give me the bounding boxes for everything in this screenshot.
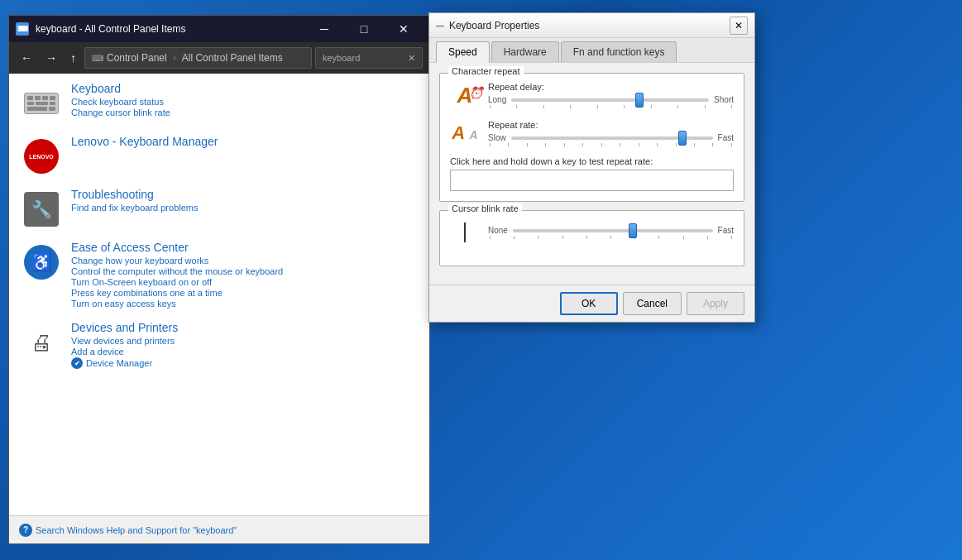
- key-combinations-link[interactable]: Press key combinations one at a time: [71, 288, 417, 298]
- character-repeat-label: Character repeat: [448, 66, 524, 76]
- cursor-blink-row: None Fast: [450, 218, 734, 247]
- search-clear-icon[interactable]: ✕: [408, 53, 415, 64]
- change-cursor-blink-link[interactable]: Change cursor blink rate: [71, 108, 417, 117]
- back-button[interactable]: ←: [16, 48, 37, 68]
- lenovo-logo: LENOVO: [24, 139, 59, 174]
- character-repeat-section: Character repeat A ⏰ Repeat delay: Long: [439, 73, 744, 202]
- devices-title[interactable]: Devices and Printers: [71, 321, 417, 334]
- ease-title[interactable]: Ease of Access Center: [71, 241, 417, 254]
- repeat-rate-icon: A A: [450, 118, 480, 148]
- tick: [582, 143, 583, 146]
- cursor-blink-ticks: [488, 236, 734, 239]
- apply-button[interactable]: Apply: [687, 292, 744, 315]
- tab-hardware[interactable]: Hardware: [491, 41, 559, 62]
- devices-icon: 🖨: [22, 323, 61, 362]
- ease-logo: ♿: [24, 245, 59, 280]
- repeat-rate-left-label: Slow: [488, 133, 506, 142]
- fix-keyboard-link[interactable]: Find and fix keyboard problems: [71, 203, 417, 213]
- device-manager-shield-icon: ✔: [71, 357, 83, 369]
- minimize-button[interactable]: ─: [305, 16, 343, 42]
- repeat-delay-thumb[interactable]: [635, 93, 644, 108]
- repeat-delay-icon: A ⏰: [450, 80, 480, 110]
- cursor-blink-slider-container: None Fast: [488, 226, 734, 235]
- search-text: keyboard: [323, 53, 408, 63]
- cursor-blink-track[interactable]: [513, 229, 713, 232]
- search-bar[interactable]: keyboard ✕: [315, 47, 423, 69]
- ease-content: Ease of Access Center Change how your ke…: [71, 241, 417, 309]
- device-manager-link[interactable]: Device Manager: [86, 358, 152, 368]
- close-button[interactable]: ✕: [385, 16, 423, 42]
- help-link[interactable]: ? Search Windows Help and Support for "k…: [19, 524, 237, 537]
- repeat-delay-slider-container: Long Short: [488, 95, 734, 104]
- cursor-blink-label: Cursor blink rate: [448, 203, 522, 213]
- address-icon: ⌨: [92, 54, 103, 63]
- check-keyboard-status-link[interactable]: Check keyboard status: [71, 97, 417, 107]
- cursor-blink-preview: [464, 223, 466, 242]
- tick: [731, 105, 732, 108]
- onscreen-keyboard-link[interactable]: Turn On-Screen keyboard on or off: [71, 277, 417, 287]
- cursor-preview-icon: [450, 218, 480, 247]
- repeat-rate-controls: Repeat rate: Slow Fast: [488, 120, 734, 146]
- troubleshoot-title[interactable]: Troubleshooting: [71, 188, 417, 201]
- tick: [490, 143, 491, 146]
- troubleshoot-content: Troubleshooting Find and fix keyboard pr…: [71, 188, 417, 229]
- keyboard-properties-dialog: ─ Keyboard Properties ✕ Speed Hardware F…: [428, 12, 755, 323]
- change-keyboard-works-link[interactable]: Change how your keyboard works: [71, 256, 417, 266]
- tick: [516, 105, 517, 108]
- repeat-delay-sublabel: Repeat delay:: [488, 82, 734, 92]
- dialog-close-button[interactable]: ✕: [730, 17, 748, 35]
- tick: [490, 105, 491, 108]
- tick: [586, 236, 587, 239]
- cursor-blink-thumb[interactable]: [629, 223, 637, 238]
- troubleshoot-icon: 🔧: [22, 189, 61, 229]
- tick: [677, 105, 678, 108]
- tick: [597, 105, 598, 108]
- devices-content: Devices and Printers View devices and pr…: [71, 321, 417, 369]
- tab-fn-keys[interactable]: Fn and function keys: [561, 41, 677, 62]
- devices-logo: 🖨: [24, 325, 59, 360]
- dialog-title-icon: ─: [436, 19, 444, 32]
- lenovo-icon: LENOVO: [22, 136, 61, 176]
- keyboard-icon: [22, 84, 61, 123]
- test-section: Click here and hold down a key to test r…: [450, 156, 734, 191]
- cp-titlebar: ⌨ keyboard - All Control Panel Items ─ □…: [9, 16, 429, 42]
- keyboard-item: Keyboard Check keyboard status Change cu…: [22, 82, 417, 123]
- troubleshoot-item: 🔧 Troubleshooting Find and fix keyboard …: [22, 188, 417, 229]
- tick: [624, 105, 625, 108]
- tick: [657, 143, 658, 146]
- repeat-rate-ticks: [488, 143, 734, 146]
- cp-win-controls: ─ □ ✕: [305, 16, 423, 42]
- easy-access-keys-link[interactable]: Turn on easy access keys: [71, 299, 417, 309]
- repeat-delay-track[interactable]: [511, 98, 709, 102]
- cp-toolbar: ← → ↑ ⌨ Control Panel › All Control Pane…: [9, 42, 429, 74]
- add-device-link[interactable]: Add a device: [71, 347, 417, 357]
- repeat-rate-thumb[interactable]: [678, 131, 687, 146]
- maximize-button[interactable]: □: [345, 16, 383, 42]
- tick: [564, 143, 565, 146]
- tick: [490, 236, 491, 239]
- tick: [651, 105, 652, 108]
- tab-speed[interactable]: Speed: [436, 41, 490, 63]
- tick: [639, 143, 639, 146]
- forward-button[interactable]: →: [41, 48, 62, 68]
- view-devices-link[interactable]: View devices and printers: [71, 336, 417, 346]
- test-input-field[interactable]: [450, 170, 734, 191]
- cursor-blink-controls: None Fast: [488, 226, 734, 239]
- repeat-rate-track[interactable]: [511, 136, 713, 140]
- control-no-mouse-link[interactable]: Control the computer without the mouse o…: [71, 266, 417, 276]
- repeat-rate-row: A A Repeat rate: Slow Fast: [450, 118, 734, 148]
- repeat-rate-right-label: Fast: [718, 133, 734, 142]
- ease-of-access-item: ♿ Ease of Access Center Change how your …: [22, 241, 417, 309]
- ok-button[interactable]: OK: [560, 292, 618, 315]
- dialog-title-text: Keyboard Properties: [449, 20, 725, 31]
- dialog-buttons: OK Cancel Apply: [429, 285, 754, 322]
- tick: [610, 236, 611, 239]
- lenovo-title[interactable]: Lenovo - Keyboard Manager: [71, 135, 417, 148]
- up-button[interactable]: ↑: [65, 48, 81, 68]
- address-bar: ⌨ Control Panel › All Control Panel Item…: [84, 47, 312, 69]
- delay-icon-clock: ⏰: [469, 86, 483, 99]
- cancel-button[interactable]: Cancel: [623, 292, 682, 315]
- keyboard-title[interactable]: Keyboard: [71, 82, 417, 95]
- repeat-delay-controls: Repeat delay: Long Short: [488, 82, 734, 108]
- repeat-rate-slider-container: Slow Fast: [488, 133, 734, 142]
